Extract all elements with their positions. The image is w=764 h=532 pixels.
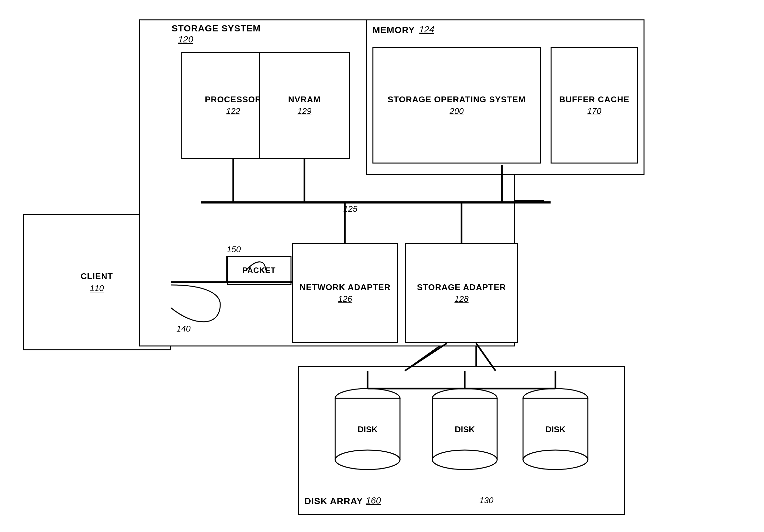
link-140-label: 140 <box>176 324 190 334</box>
disk-array-label-group: DISK ARRAY 160 <box>304 495 366 507</box>
packet-150-label: 150 <box>227 245 241 255</box>
storage-system-label-group: STORAGE SYSTEM 120 <box>172 23 261 34</box>
svg-text:DISK: DISK <box>545 425 565 434</box>
network-adapter-ref: 126 <box>338 294 352 304</box>
disk-array-ref: 160 <box>366 495 381 506</box>
disk-3-svg: DISK <box>518 387 593 477</box>
svg-point-19 <box>432 450 497 469</box>
storage-os-label: STORAGE OPERATING SYSTEM <box>388 94 526 105</box>
packet-box: PACKET <box>227 256 291 285</box>
memory-label-group: MEMORY 124 <box>372 24 419 36</box>
nvram-label: NVRAM <box>288 94 321 105</box>
buffer-cache-label: BUFFER CACHE <box>559 94 629 105</box>
storage-system-ref: 120 <box>178 34 193 45</box>
storage-adapter-ref: 128 <box>455 294 468 304</box>
disk-2-svg: DISK <box>428 387 502 477</box>
svg-point-15 <box>335 450 400 469</box>
client-ref: 110 <box>90 283 103 293</box>
nvram-box: NVRAM 129 <box>259 52 350 159</box>
buffer-cache-ref: 170 <box>587 106 601 116</box>
storage-os-ref: 200 <box>450 106 464 116</box>
processor-label: PROCESSOR <box>205 94 261 105</box>
nvram-ref: 129 <box>297 106 311 116</box>
svg-text:DISK: DISK <box>358 425 378 434</box>
svg-point-23 <box>523 450 588 469</box>
disk-1-svg: DISK <box>330 387 405 477</box>
diagram: CLIENT 110 STORAGE SYSTEM 120 PROCESSOR … <box>0 0 764 532</box>
storage-adapter-label: STORAGE ADAPTER <box>417 282 506 293</box>
processor-ref: 122 <box>226 106 240 116</box>
storage-os-box: STORAGE OPERATING SYSTEM 200 <box>372 47 541 163</box>
storage-system-label: STORAGE SYSTEM <box>172 23 261 33</box>
buffer-cache-box: BUFFER CACHE 170 <box>551 47 638 163</box>
disk-130-label: 130 <box>479 495 493 505</box>
storage-adapter-box: STORAGE ADAPTER 128 <box>405 243 518 343</box>
svg-text:DISK: DISK <box>455 425 475 434</box>
client-label: CLIENT <box>81 271 113 282</box>
network-adapter-box: NETWORK ADAPTER 126 <box>292 243 398 343</box>
bus-125-label: 125 <box>343 204 357 214</box>
network-adapter-label: NETWORK ADAPTER <box>299 282 391 293</box>
memory-label: MEMORY <box>372 25 415 35</box>
packet-label: PACKET <box>243 265 276 275</box>
disk-array-label: DISK ARRAY <box>304 496 363 506</box>
memory-ref: 124 <box>419 24 434 35</box>
